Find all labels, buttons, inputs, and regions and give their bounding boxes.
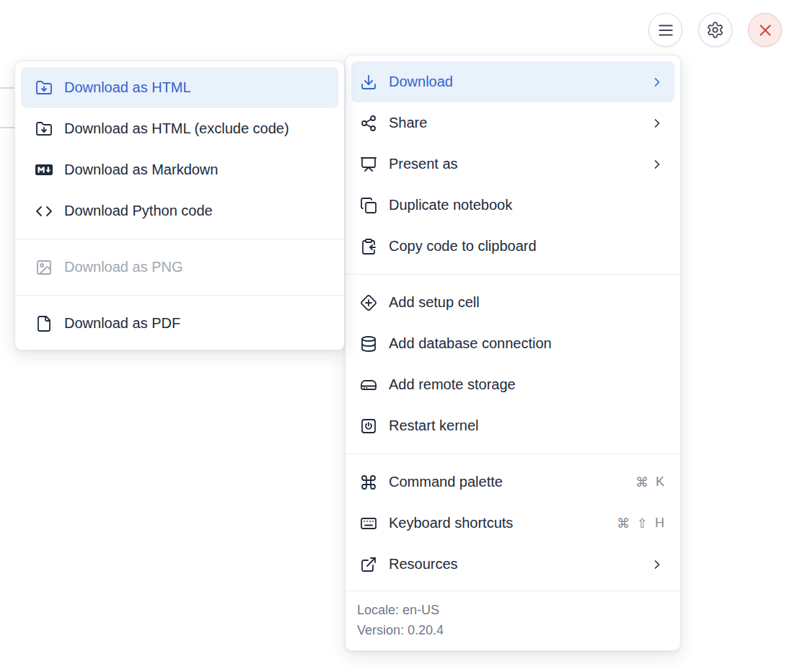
menu-item-label: Keyboard shortcuts bbox=[389, 515, 617, 531]
storage-drive-icon bbox=[360, 376, 377, 394]
menu-item-label: Download as HTML (exclude code) bbox=[64, 120, 328, 137]
menu-item-add-database-connection[interactable]: Add database connection bbox=[351, 323, 674, 364]
menu-item-label: Add database connection bbox=[389, 335, 664, 352]
background-rule-line bbox=[0, 127, 14, 128]
menu-item-label: Download bbox=[389, 74, 650, 90]
submenu-item-download-as-html-exclude-code[interactable]: Download as HTML (exclude code) bbox=[21, 108, 338, 149]
shift-key-glyph: ⇧ bbox=[637, 516, 648, 531]
command-icon bbox=[360, 474, 377, 491]
command-key-glyph: ⌘ bbox=[617, 516, 630, 531]
menu-item-add-remote-storage[interactable]: Add remote storage bbox=[351, 364, 674, 405]
close-button[interactable] bbox=[748, 13, 782, 47]
presentation-icon bbox=[360, 156, 377, 173]
database-icon bbox=[360, 335, 377, 353]
menu-item-label: Download as PNG bbox=[64, 259, 328, 275]
shortcut-key: K bbox=[656, 474, 664, 490]
menu-item-share[interactable]: Share bbox=[351, 102, 674, 143]
download-submenu: Download as HTML Download as HTML (exclu… bbox=[14, 61, 345, 350]
chevron-right-icon bbox=[650, 116, 664, 131]
image-icon bbox=[35, 259, 53, 276]
menu-item-label: Present as bbox=[389, 156, 650, 172]
copy-icon bbox=[360, 197, 377, 214]
menu-item-restart-kernel[interactable]: Restart kernel bbox=[351, 405, 674, 446]
keyboard-icon bbox=[360, 515, 377, 532]
menu-item-label: Resources bbox=[389, 556, 650, 572]
menu-footer: Locale: en-US Version: 0.20.4 bbox=[346, 591, 680, 650]
close-icon bbox=[756, 21, 775, 40]
menu-item-command-palette[interactable]: Command palette ⌘ K bbox=[351, 461, 674, 503]
notebook-menu-button[interactable] bbox=[648, 13, 682, 47]
menu-item-label: Download as PDF bbox=[64, 315, 328, 332]
submenu-item-download-as-png[interactable]: Download as PNG bbox=[21, 247, 338, 288]
menu-divider bbox=[346, 454, 680, 454]
code-icon bbox=[35, 203, 53, 220]
chevron-right-icon bbox=[650, 157, 664, 172]
power-square-icon bbox=[360, 417, 377, 435]
menu-item-present-as[interactable]: Present as bbox=[351, 143, 674, 185]
menu-item-label: Copy code to clipboard bbox=[389, 238, 664, 255]
menu-item-keyboard-shortcuts[interactable]: Keyboard shortcuts ⌘ ⇧ H bbox=[351, 503, 674, 544]
menu-item-label: Download Python code bbox=[64, 203, 328, 219]
external-link-icon bbox=[360, 556, 377, 573]
folder-download-icon bbox=[35, 120, 53, 138]
menu-item-label: Download as HTML bbox=[64, 79, 328, 96]
settings-button[interactable] bbox=[698, 13, 732, 47]
folder-download-icon bbox=[35, 79, 53, 97]
menu-item-add-setup-cell[interactable]: Add setup cell bbox=[351, 282, 674, 323]
menu-item-label: Download as Markdown bbox=[64, 162, 328, 178]
shortcut-key: H bbox=[655, 516, 664, 531]
menu-item-download[interactable]: Download bbox=[351, 61, 674, 102]
menu-item-duplicate-notebook[interactable]: Duplicate notebook bbox=[351, 185, 674, 226]
menu-divider bbox=[15, 239, 344, 239]
submenu-item-download-as-html[interactable]: Download as HTML bbox=[21, 67, 338, 108]
background-rule-line bbox=[0, 87, 14, 89]
download-icon bbox=[360, 74, 377, 91]
hamburger-menu-icon bbox=[656, 21, 675, 40]
menu-item-label: Command palette bbox=[389, 474, 635, 490]
shortcut-hint: ⌘ K bbox=[635, 474, 664, 490]
submenu-item-download-as-pdf[interactable]: Download as PDF bbox=[21, 303, 338, 344]
toolbar bbox=[648, 13, 782, 47]
submenu-item-download-python-code[interactable]: Download Python code bbox=[21, 190, 338, 231]
diamond-plus-icon bbox=[360, 294, 377, 311]
gear-icon bbox=[706, 21, 724, 39]
menu-item-label: Add remote storage bbox=[389, 376, 664, 393]
chevron-right-icon bbox=[650, 557, 664, 572]
share-icon bbox=[360, 115, 377, 132]
menu-item-label: Share bbox=[389, 115, 650, 131]
menu-item-label: Restart kernel bbox=[389, 417, 664, 434]
markdown-icon bbox=[35, 162, 53, 179]
command-key-glyph: ⌘ bbox=[635, 474, 648, 490]
menu-divider bbox=[15, 295, 344, 296]
chevron-right-icon bbox=[650, 75, 664, 89]
clipboard-copy-icon bbox=[360, 238, 377, 255]
menu-item-resources[interactable]: Resources bbox=[351, 544, 674, 585]
file-icon bbox=[35, 315, 53, 332]
app-background: Download as HTML Download as HTML (exclu… bbox=[0, 0, 805, 672]
menu-item-label: Duplicate notebook bbox=[389, 197, 664, 213]
menu-item-copy-code-to-clipboard[interactable]: Copy code to clipboard bbox=[351, 226, 674, 267]
submenu-item-download-as-markdown[interactable]: Download as Markdown bbox=[21, 149, 338, 190]
shortcut-hint: ⌘ ⇧ H bbox=[617, 516, 664, 531]
menu-divider bbox=[346, 274, 680, 275]
version-text: Version: 0.20.4 bbox=[357, 621, 669, 640]
locale-text: Locale: en-US bbox=[357, 601, 669, 619]
notebook-menu: Download Share Present as bbox=[345, 55, 681, 651]
menu-item-label: Add setup cell bbox=[389, 294, 664, 311]
